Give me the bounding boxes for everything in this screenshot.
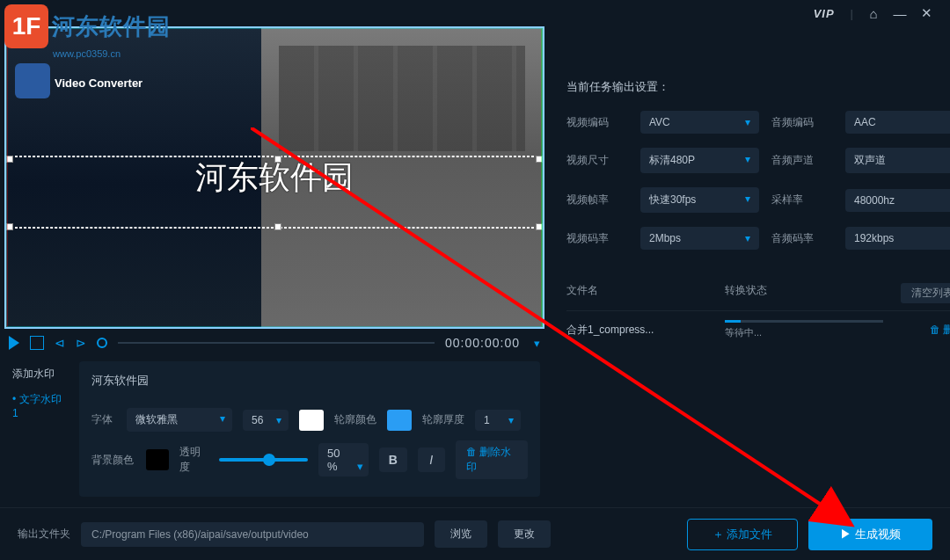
acodec-select[interactable]: AAC <box>845 111 950 134</box>
vip-badge[interactable]: VIP <box>814 7 835 20</box>
tab-add-watermark[interactable]: 添加水印 <box>9 361 70 387</box>
file-name: 合并1_compress... <box>566 323 725 338</box>
preview-app-text: Video Converter <box>55 76 142 90</box>
output-settings-title: 当前任务输出设置： <box>566 79 950 95</box>
bg-color-label: 背景颜色 <box>91 453 135 468</box>
tab-text-watermark-1[interactable]: 文字水印1 <box>9 387 70 425</box>
add-file-button[interactable]: ＋ 添加文件 <box>687 519 799 550</box>
vbit-label: 视频码率 <box>566 231 628 246</box>
seek-bar[interactable] <box>118 342 435 344</box>
minimize-icon[interactable]: — <box>887 6 913 21</box>
vcodec-label: 视频编码 <box>566 115 628 130</box>
browse-button[interactable]: 浏览 <box>435 520 487 548</box>
timecode-dropdown-icon[interactable]: ▾ <box>534 337 540 350</box>
stop-icon[interactable] <box>30 336 44 350</box>
opacity-value[interactable]: 50 % <box>318 443 369 476</box>
watermark-badge: 1F <box>4 4 48 48</box>
home-icon[interactable]: ⌂ <box>860 6 887 21</box>
delete-watermark-button[interactable]: 🗑 删除水印 <box>456 440 528 479</box>
file-row: 合并1_compress... 等待中... 🗑 删除 <box>566 311 950 348</box>
close-icon[interactable]: ✕ <box>913 5 939 21</box>
vsize-label: 视频尺寸 <box>566 153 628 168</box>
clear-list-button[interactable]: 清空列表 <box>901 283 950 303</box>
outline-width-select[interactable]: 1 <box>475 410 521 431</box>
vfps-select[interactable]: 快速30fps <box>640 187 759 213</box>
next-frame-icon[interactable]: ⊳ <box>76 336 86 350</box>
outline-width-label: 轮廓厚度 <box>422 412 464 427</box>
output-folder-label: 输出文件夹 <box>18 527 70 542</box>
generate-video-button[interactable]: ▶ 生成视频 <box>808 519 932 550</box>
vcodec-select[interactable]: AVC <box>640 111 759 134</box>
achan-label: 音频声道 <box>771 153 833 168</box>
vbit-select[interactable]: 2Mbps <box>640 227 759 250</box>
file-progress <box>725 320 883 323</box>
font-color-picker[interactable] <box>299 410 324 431</box>
watermark-url: www.pc0359.cn <box>53 48 171 59</box>
timecode: 00:00:00:00 <box>445 336 520 350</box>
playback-controls: ⊲ ⊳ 00:00:00:00 ▾ <box>0 329 549 357</box>
arate-select[interactable]: 48000hz <box>845 189 950 212</box>
bg-color-picker[interactable] <box>146 449 169 470</box>
italic-button[interactable]: I <box>418 447 445 472</box>
vsize-select[interactable]: 标清480P <box>640 148 759 173</box>
font-size-select[interactable]: 56 <box>243 410 289 431</box>
prev-frame-icon[interactable]: ⊲ <box>55 336 65 350</box>
opacity-slider[interactable] <box>219 458 308 462</box>
watermark-site-name: 河东软件园 <box>52 13 171 40</box>
footer-bar: 输出文件夹 C:/Program Files (x86)/aipai/save/… <box>0 507 950 560</box>
col-filename: 文件名 <box>566 283 725 303</box>
play-icon[interactable] <box>9 336 19 350</box>
output-path-field[interactable]: C:/Program Files (x86)/aipai/save/output… <box>81 522 424 547</box>
acodec-label: 音频编码 <box>771 115 833 130</box>
font-select[interactable]: 微软雅黑 <box>127 408 232 432</box>
outline-color-picker[interactable] <box>387 410 412 431</box>
source-watermark: 1F 河东软件园 www.pc0359.cn <box>4 4 171 59</box>
col-status: 转换状态 <box>725 283 901 303</box>
seek-handle[interactable] <box>97 338 107 348</box>
vfps-label: 视频帧率 <box>566 193 628 207</box>
arate-label: 采样率 <box>771 193 833 207</box>
opacity-label: 透明度 <box>179 445 208 475</box>
video-preview[interactable]: Video Converter 河东软件园 <box>4 26 544 329</box>
abit-label: 音频码率 <box>771 231 833 246</box>
file-delete-button[interactable]: 🗑 删除 <box>930 323 950 338</box>
achan-select[interactable]: 双声道 <box>845 148 950 173</box>
font-label: 字体 <box>91 412 116 427</box>
abit-select[interactable]: 192kbps <box>845 227 950 250</box>
watermark-text-input[interactable] <box>91 370 528 390</box>
file-status-text: 等待中... <box>725 327 762 338</box>
change-button[interactable]: 更改 <box>498 520 551 548</box>
outline-color-label: 轮廓颜色 <box>334 412 376 427</box>
bold-button[interactable]: B <box>379 447 406 472</box>
